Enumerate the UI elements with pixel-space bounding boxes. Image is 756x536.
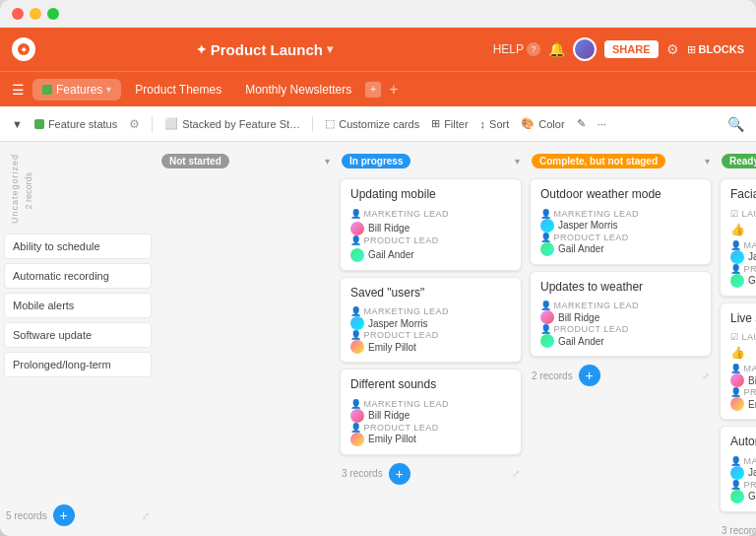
- toolbar-edit-icon[interactable]: ✎: [577, 117, 586, 130]
- user-name: Jasper Morris: [748, 251, 756, 262]
- expand-uncategorized-icon[interactable]: ⤢: [142, 510, 150, 521]
- card-different-sounds[interactable]: Different sounds 👤 MARKETING LEAD Bill R…: [340, 368, 522, 455]
- close-button[interactable]: [12, 8, 24, 20]
- marketing-lead-label: 👤 MARKETING LEAD: [540, 209, 701, 219]
- card-automatic-docking[interactable]: Automatic docking 👤 MARKETING LEAD Jaspe…: [720, 426, 756, 512]
- add-in-progress-button[interactable]: +: [389, 463, 410, 485]
- toolbar-more[interactable]: ···: [598, 118, 606, 130]
- complete-chevron-icon[interactable]: ▾: [705, 156, 710, 167]
- title-bar: [0, 0, 756, 28]
- user-avatar-dot: [730, 397, 744, 411]
- header-title-area: ✦ Product Launch ▾: [43, 41, 485, 58]
- title-caret-icon[interactable]: ▾: [327, 42, 333, 56]
- product-lead-label: 👤 PRODUCT LEAD: [540, 324, 701, 334]
- toolbar-customize[interactable]: ⬚ Customize cards: [325, 117, 419, 130]
- user-avatar-dot: [350, 433, 364, 446]
- expand-complete-icon[interactable]: ⤢: [702, 370, 710, 381]
- person-icon: 👤: [350, 423, 362, 433]
- marketing-lead-label: 👤 MARKETING LEAD: [730, 240, 756, 250]
- more-icon: ···: [598, 118, 606, 130]
- app-window: ✦ ✦ Product Launch ▾ HELP ? 🔔 SHARE ⚙ ⊞ …: [0, 0, 756, 536]
- user-avatar-dot: [350, 409, 364, 423]
- card-updates-weather[interactable]: Updates to weather 👤 MARKETING LEAD Bill…: [530, 271, 712, 358]
- uncategorized-cards: Ability to schedule Automatic recording …: [4, 234, 152, 497]
- card-marketing-field: 👤 MARKETING LEAD: [350, 209, 511, 219]
- toolbar-feature-status[interactable]: Feature status: [34, 118, 117, 130]
- list-item[interactable]: Software update: [4, 322, 152, 348]
- tab-close-icon[interactable]: ▾: [106, 84, 111, 95]
- toolbar-settings-icon[interactable]: ⚙: [129, 117, 140, 131]
- tab-features[interactable]: Features ▾: [32, 79, 121, 100]
- hamburger-icon[interactable]: ☰: [12, 82, 25, 98]
- card-title: Saved "users": [350, 286, 511, 302]
- stack-icon: ⬜: [164, 117, 178, 130]
- card-title: Facial recognition: [730, 187, 756, 203]
- in-progress-chevron-icon[interactable]: ▾: [515, 156, 520, 167]
- toolbar-stacked[interactable]: ⬜ Stacked by Feature Stat...: [164, 117, 300, 130]
- product-lead-value: Emily Pillot: [350, 340, 511, 354]
- blocks-icon: ⊞: [687, 43, 696, 56]
- share-button[interactable]: SHARE: [604, 40, 659, 58]
- not-started-header: Not started ▾: [159, 150, 332, 172]
- marketing-lead-value: Jasper Morris: [730, 250, 756, 264]
- user-avatar-dot: [540, 310, 554, 324]
- marketing-lead-value: Jasper Morris: [540, 219, 701, 233]
- marketing-lead-value: Bill Ridge: [540, 310, 701, 324]
- expand-in-progress-icon[interactable]: ⤢: [512, 468, 520, 479]
- uncategorized-count: 5 records: [6, 510, 47, 521]
- card-updating-mobile[interactable]: Updating mobile 👤 MARKETING LEAD Bill Ri…: [340, 178, 522, 271]
- tab-extra-icon[interactable]: +: [365, 82, 381, 98]
- user-avatar-dot: [350, 248, 364, 262]
- add-uncategorized-button[interactable]: +: [53, 504, 75, 526]
- list-item[interactable]: Ability to schedule: [4, 234, 152, 259]
- user-avatar-dot: [350, 340, 364, 354]
- uncategorized-label: Uncategorized: [10, 154, 20, 224]
- help-label[interactable]: HELP ?: [493, 42, 540, 56]
- launched-check-icon: ☑: [730, 332, 739, 342]
- not-started-chevron-icon[interactable]: ▾: [325, 156, 330, 167]
- marketing-lead-label: 👤 MARKETING LEAD: [540, 301, 701, 310]
- tab-product-themes[interactable]: Product Themes: [125, 79, 231, 100]
- tab-monthly-newsletters[interactable]: Monthly Newsletters: [235, 79, 361, 100]
- fullscreen-button[interactable]: [47, 8, 59, 20]
- list-item[interactable]: Automatic recording: [4, 263, 152, 289]
- toolbar-color[interactable]: 🎨 Color: [521, 117, 564, 130]
- title-icon: ✦: [196, 42, 207, 57]
- user-name: Emily Pillot: [748, 399, 756, 410]
- add-tab-button[interactable]: +: [389, 81, 398, 99]
- product-lead-value: Gail Ander: [730, 490, 756, 503]
- card-saved-users[interactable]: Saved "users" 👤 MARKETING LEAD Jasper Mo…: [340, 277, 522, 364]
- toolbar-sort[interactable]: ↕ Sort: [480, 118, 510, 130]
- product-lead-label: 👤 PRODUCT LEAD: [730, 480, 756, 490]
- add-complete-button[interactable]: +: [579, 365, 600, 386]
- list-item[interactable]: Prolonged/long-term: [4, 352, 152, 377]
- toolbar-filter-arrow[interactable]: ▼: [12, 118, 23, 130]
- user-avatar-dot: [730, 250, 744, 264]
- user-avatar[interactable]: [573, 37, 597, 61]
- filter-down-icon: ▼: [12, 118, 23, 130]
- minimize-button[interactable]: [30, 8, 41, 20]
- list-item[interactable]: Mobile alerts: [4, 293, 152, 318]
- card-live-streaming[interactable]: Live streaming for iOS ☑ LAUNCHED? 👍 👤 M…: [720, 302, 756, 421]
- settings-icon[interactable]: ⚙: [666, 41, 679, 57]
- complete-status: Complete, but not staged: [532, 154, 665, 168]
- marketing-lead-value: Jasper Morris: [350, 316, 511, 330]
- blocks-button[interactable]: ⊞ BLOCKS: [687, 43, 744, 56]
- user-avatar-dot: [730, 373, 744, 387]
- product-lead-value: Gail Ander: [540, 334, 701, 348]
- card-facial-recognition[interactable]: Facial recognition ☑ LAUNCHED? 👍 👤 MARKE…: [720, 178, 756, 297]
- notification-icon[interactable]: 🔔: [548, 41, 565, 57]
- launched-badge: ☑ LAUNCHED?: [730, 332, 756, 342]
- app-header: ✦ ✦ Product Launch ▾ HELP ? 🔔 SHARE ⚙ ⊞ …: [0, 28, 756, 71]
- marketing-lead-label: 👤 MARKETING LEAD: [350, 399, 511, 409]
- product-lead-label: 👤 PRODUCT LEAD: [350, 423, 511, 433]
- toolbar-separator-2: [312, 116, 313, 132]
- toolbar-filter[interactable]: ⊞ Filter: [431, 117, 468, 130]
- column-complete: Complete, but not staged ▾ Outdoor weath…: [530, 150, 712, 528]
- complete-header: Complete, but not staged ▾: [530, 150, 712, 172]
- search-icon[interactable]: 🔍: [727, 116, 744, 132]
- person-icon: 👤: [540, 301, 552, 310]
- features-icon: [42, 85, 52, 95]
- card-outdoor-weather[interactable]: Outdoor weather mode 👤 MARKETING LEAD Ja…: [530, 178, 712, 265]
- project-title[interactable]: Product Launch: [211, 41, 323, 58]
